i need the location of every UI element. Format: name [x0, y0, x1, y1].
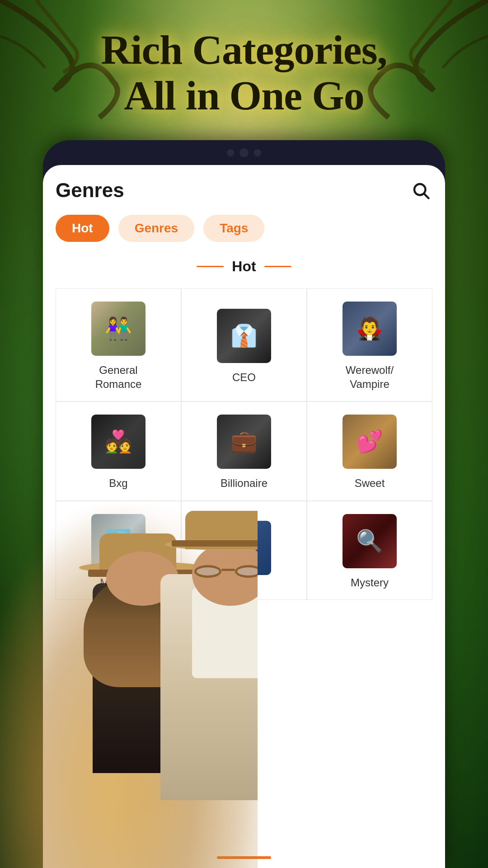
genre-item-general-romance[interactable]: GeneralRomance [56, 289, 181, 401]
section-line-left [197, 266, 224, 267]
notch-dot-1 [227, 149, 234, 156]
page-title: Genres [56, 179, 124, 202]
notch-camera [239, 148, 249, 157]
tab-genres[interactable]: Genres [118, 215, 195, 242]
phone-notch [43, 140, 445, 165]
search-button[interactable] [409, 179, 432, 202]
genre-thumb-sweet [343, 415, 397, 469]
app-header: Genres [56, 179, 432, 202]
genre-label-bxg: Bxg [109, 476, 127, 490]
genre-label-ceo: CEO [232, 370, 256, 384]
genre-thumb-ceo [217, 309, 271, 363]
hero-title: Rich Categories, All in One Go [18, 27, 470, 118]
genre-item-bxg[interactable]: Bxg [56, 402, 181, 500]
genre-item-billionaire[interactable]: Billionaire [182, 402, 306, 500]
genre-item-werewolf-vampire[interactable]: Werewolf/Vampire [307, 289, 432, 401]
filter-tabs: Hot Genres Tags [56, 215, 432, 242]
hero-section: Rich Categories, All in One Go [0, 27, 488, 118]
genre-thumb-werewolf [343, 302, 397, 356]
genre-thumb-billionaire [217, 415, 271, 469]
genre-label-billionaire: Billionaire [221, 476, 267, 490]
genre-label-general-romance: GeneralRomance [95, 363, 142, 391]
genre-label-sweet: Sweet [355, 476, 385, 490]
section-line-right [264, 266, 291, 267]
tab-tags[interactable]: Tags [203, 215, 264, 242]
man-figure [156, 515, 258, 868]
genre-label-werewolf: Werewolf/Vampire [346, 363, 394, 391]
genre-item-sweet[interactable]: Sweet [307, 402, 432, 500]
genre-thumb-general-romance [91, 302, 145, 356]
genre-thumb-mystery [343, 514, 397, 568]
genre-item-mystery[interactable]: Mystery [307, 501, 432, 599]
notch-dot-2 [254, 149, 261, 156]
tab-hot[interactable]: Hot [56, 215, 109, 242]
section-heading: Hot [56, 258, 432, 275]
genre-thumb-bxg [91, 415, 145, 469]
svg-line-1 [424, 194, 429, 198]
genre-label-mystery: Mystery [351, 576, 389, 590]
genre-item-ceo[interactable]: CEO [182, 289, 306, 401]
couple-overlay [0, 497, 258, 868]
